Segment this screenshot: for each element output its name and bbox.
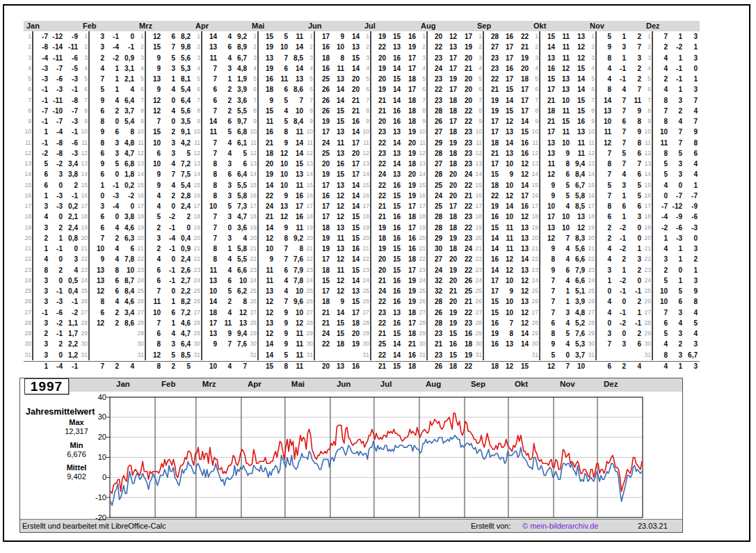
- cell-min[interactable]: 4: [668, 318, 682, 328]
- cell-mittel[interactable]: 0,2: [119, 180, 134, 191]
- cell-mittel[interactable]: 26: [457, 275, 472, 286]
- cell-mittel[interactable]: 14: [513, 339, 529, 349]
- cell-mittel[interactable]: -1: [63, 296, 78, 307]
- cell-mittel[interactable]: -7: [682, 191, 698, 201]
- cell-mittel[interactable]: -1: [63, 127, 78, 137]
- cell-min[interactable]: 18: [442, 243, 457, 254]
- cell-max[interactable]: 17: [484, 116, 499, 127]
- cell-max[interactable]: 22: [371, 296, 386, 307]
- cell-min[interactable]: 4: [555, 254, 570, 264]
- cell-max[interactable]: 12: [540, 233, 555, 243]
- cell-mittel[interactable]: -1: [63, 84, 78, 95]
- cell-max[interactable]: 24: [259, 201, 273, 211]
- cell-max[interactable]: 5: [33, 159, 48, 169]
- mean-cell-max[interactable]: 10: [202, 362, 217, 371]
- cell-min[interactable]: 15: [386, 265, 401, 275]
- cell-min[interactable]: 0: [611, 296, 626, 307]
- cell-min[interactable]: 16: [386, 318, 401, 328]
- cell-min[interactable]: 9: [273, 339, 288, 349]
- cell-max[interactable]: 9: [90, 127, 104, 137]
- cell-max[interactable]: 29: [428, 233, 442, 243]
- cell-min[interactable]: 6: [161, 307, 175, 318]
- cell-min[interactable]: 4: [217, 31, 232, 42]
- cell-mittel[interactable]: -9: [63, 31, 78, 42]
- cell-min[interactable]: 13: [330, 243, 344, 254]
- cell-min[interactable]: 14: [499, 138, 513, 148]
- cell-min[interactable]: 14: [386, 84, 401, 95]
- cell-mittel[interactable]: [232, 350, 247, 360]
- cell-mittel[interactable]: 5,8: [570, 191, 585, 201]
- mean-cell-mittel[interactable]: 15: [513, 362, 529, 371]
- cell-max[interactable]: 25: [315, 148, 330, 159]
- cell-mittel[interactable]: 1,1: [63, 318, 78, 328]
- cell-max[interactable]: [90, 328, 104, 339]
- cell-min[interactable]: 14: [499, 95, 513, 106]
- cell-min[interactable]: 15: [499, 84, 513, 95]
- cell-mittel[interactable]: 7: [288, 95, 303, 106]
- cell-max[interactable]: 4: [597, 296, 611, 307]
- cell-max[interactable]: 6: [146, 265, 161, 275]
- cell-mittel[interactable]: 18: [344, 318, 360, 328]
- cell-mittel[interactable]: 19: [513, 53, 529, 63]
- cell-min[interactable]: 16: [386, 296, 401, 307]
- cell-min[interactable]: 5: [555, 191, 570, 201]
- cell-max[interactable]: 9: [146, 169, 161, 179]
- cell-max[interactable]: 21: [540, 116, 555, 127]
- cell-min[interactable]: 7: [161, 169, 175, 179]
- cell-mittel[interactable]: 18: [401, 116, 416, 127]
- cell-max[interactable]: 10: [146, 138, 161, 148]
- cell-mittel[interactable]: 9,6: [288, 296, 303, 307]
- cell-mittel[interactable]: 5,6: [570, 243, 585, 254]
- cell-mittel[interactable]: 2: [626, 31, 641, 42]
- cell-mittel[interactable]: 3,8: [63, 169, 78, 179]
- cell-min[interactable]: 7: [611, 138, 626, 148]
- cell-mittel[interactable]: 3: [682, 339, 698, 349]
- cell-min[interactable]: 18: [442, 106, 457, 116]
- cell-mittel[interactable]: 0: [626, 233, 641, 243]
- cell-min[interactable]: -7: [48, 63, 63, 74]
- cell-max[interactable]: 22: [315, 339, 330, 349]
- cell-min[interactable]: 16: [386, 106, 401, 116]
- cell-mittel[interactable]: 0: [626, 223, 641, 233]
- cell-max[interactable]: 27: [484, 42, 499, 52]
- cell-min[interactable]: 6: [668, 296, 682, 307]
- cell-min[interactable]: -10: [48, 106, 63, 116]
- cell-mittel[interactable]: 19: [401, 148, 416, 159]
- cell-mittel[interactable]: -6: [63, 53, 78, 63]
- cell-mittel[interactable]: 14: [288, 63, 303, 74]
- cell-min[interactable]: 4: [104, 296, 119, 307]
- cell-min[interactable]: 18: [442, 95, 457, 106]
- cell-mittel[interactable]: 9,1: [175, 127, 191, 137]
- cell-min[interactable]: 12: [330, 254, 344, 264]
- cell-mittel[interactable]: 0: [682, 63, 698, 74]
- cell-max[interactable]: 14: [202, 31, 217, 42]
- cell-min[interactable]: 9: [273, 191, 288, 201]
- cell-min[interactable]: 3: [217, 180, 232, 191]
- cell-min[interactable]: 0: [161, 95, 175, 106]
- cell-min[interactable]: 11: [330, 265, 344, 275]
- cell-mittel[interactable]: 12: [232, 307, 247, 318]
- cell-max[interactable]: 15: [484, 169, 499, 179]
- cell-max[interactable]: 13: [202, 328, 217, 339]
- cell-mittel[interactable]: 19: [401, 191, 416, 201]
- cell-min[interactable]: -1: [611, 74, 626, 84]
- cell-mittel[interactable]: -6: [63, 138, 78, 148]
- cell-min[interactable]: 4: [273, 275, 288, 286]
- cell-max[interactable]: 13: [202, 42, 217, 52]
- cell-max[interactable]: 25: [428, 201, 442, 211]
- cell-max[interactable]: 4: [146, 191, 161, 201]
- cell-min[interactable]: 13: [386, 148, 401, 159]
- cell-max[interactable]: 17: [540, 84, 555, 95]
- cell-min[interactable]: 9: [273, 318, 288, 328]
- cell-mittel[interactable]: 9: [626, 106, 641, 116]
- cell-min[interactable]: 11: [273, 74, 288, 84]
- cell-max[interactable]: 12: [146, 106, 161, 116]
- cell-max[interactable]: 10: [146, 159, 161, 169]
- cell-max[interactable]: 10: [540, 201, 555, 211]
- cell-min[interactable]: [217, 350, 232, 360]
- cell-min[interactable]: 10: [273, 159, 288, 169]
- cell-mittel[interactable]: 12: [513, 286, 529, 296]
- cell-max[interactable]: 21: [371, 201, 386, 211]
- cell-max[interactable]: 17: [315, 211, 330, 222]
- cell-max[interactable]: 3: [33, 201, 48, 211]
